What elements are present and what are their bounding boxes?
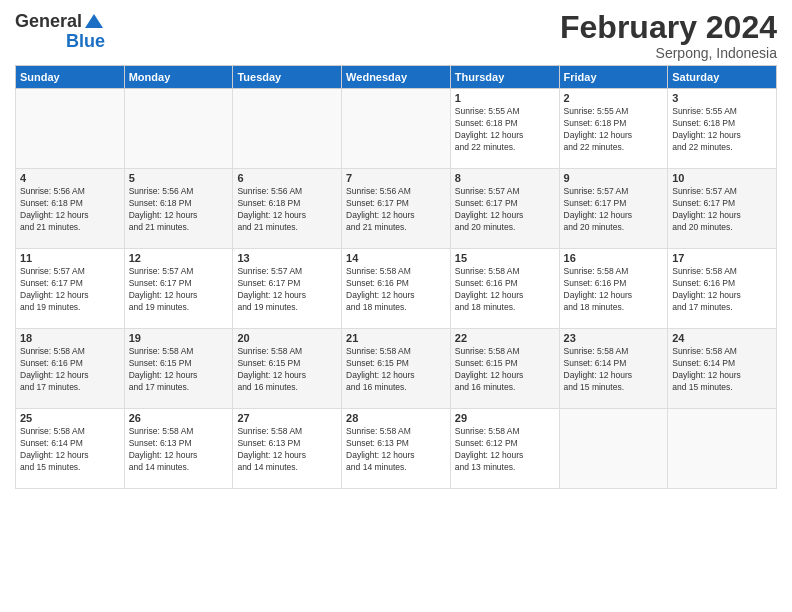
month-title: February 2024 [560, 10, 777, 45]
day-number: 14 [346, 252, 446, 264]
day-info: Sunrise: 5:58 AM Sunset: 6:15 PM Dayligh… [455, 346, 555, 394]
day-info: Sunrise: 5:58 AM Sunset: 6:16 PM Dayligh… [346, 266, 446, 314]
day-number: 3 [672, 92, 772, 104]
calendar-cell: 17Sunrise: 5:58 AM Sunset: 6:16 PM Dayli… [668, 249, 777, 329]
calendar-cell: 11Sunrise: 5:57 AM Sunset: 6:17 PM Dayli… [16, 249, 125, 329]
day-number: 2 [564, 92, 664, 104]
calendar-cell: 3Sunrise: 5:55 AM Sunset: 6:18 PM Daylig… [668, 89, 777, 169]
day-info: Sunrise: 5:56 AM Sunset: 6:18 PM Dayligh… [237, 186, 337, 234]
calendar-cell: 27Sunrise: 5:58 AM Sunset: 6:13 PM Dayli… [233, 409, 342, 489]
calendar-cell: 22Sunrise: 5:58 AM Sunset: 6:15 PM Dayli… [450, 329, 559, 409]
calendar-cell: 28Sunrise: 5:58 AM Sunset: 6:13 PM Dayli… [342, 409, 451, 489]
logo-blue: Blue [66, 32, 105, 50]
day-info: Sunrise: 5:58 AM Sunset: 6:16 PM Dayligh… [455, 266, 555, 314]
calendar-table: SundayMondayTuesdayWednesdayThursdayFrid… [15, 65, 777, 489]
header: General Blue February 2024 Serpong, Indo… [15, 10, 777, 61]
calendar-header-cell: Monday [124, 66, 233, 89]
calendar-cell: 21Sunrise: 5:58 AM Sunset: 6:15 PM Dayli… [342, 329, 451, 409]
day-number: 22 [455, 332, 555, 344]
calendar-week-row: 25Sunrise: 5:58 AM Sunset: 6:14 PM Dayli… [16, 409, 777, 489]
day-number: 29 [455, 412, 555, 424]
day-info: Sunrise: 5:58 AM Sunset: 6:15 PM Dayligh… [237, 346, 337, 394]
day-info: Sunrise: 5:58 AM Sunset: 6:14 PM Dayligh… [672, 346, 772, 394]
title-block: February 2024 Serpong, Indonesia [560, 10, 777, 61]
calendar-body: 1Sunrise: 5:55 AM Sunset: 6:18 PM Daylig… [16, 89, 777, 489]
day-info: Sunrise: 5:56 AM Sunset: 6:17 PM Dayligh… [346, 186, 446, 234]
day-number: 4 [20, 172, 120, 184]
calendar-cell: 29Sunrise: 5:58 AM Sunset: 6:12 PM Dayli… [450, 409, 559, 489]
logo-icon [83, 10, 105, 32]
calendar-week-row: 11Sunrise: 5:57 AM Sunset: 6:17 PM Dayli… [16, 249, 777, 329]
calendar-header-cell: Sunday [16, 66, 125, 89]
day-number: 11 [20, 252, 120, 264]
calendar-cell: 18Sunrise: 5:58 AM Sunset: 6:16 PM Dayli… [16, 329, 125, 409]
day-number: 20 [237, 332, 337, 344]
calendar-cell: 8Sunrise: 5:57 AM Sunset: 6:17 PM Daylig… [450, 169, 559, 249]
calendar-cell [559, 409, 668, 489]
calendar-cell: 10Sunrise: 5:57 AM Sunset: 6:17 PM Dayli… [668, 169, 777, 249]
calendar-cell: 16Sunrise: 5:58 AM Sunset: 6:16 PM Dayli… [559, 249, 668, 329]
calendar-header-cell: Wednesday [342, 66, 451, 89]
day-number: 5 [129, 172, 229, 184]
day-number: 9 [564, 172, 664, 184]
calendar-week-row: 1Sunrise: 5:55 AM Sunset: 6:18 PM Daylig… [16, 89, 777, 169]
calendar-cell: 7Sunrise: 5:56 AM Sunset: 6:17 PM Daylig… [342, 169, 451, 249]
page-container: General Blue February 2024 Serpong, Indo… [0, 0, 792, 499]
day-info: Sunrise: 5:58 AM Sunset: 6:15 PM Dayligh… [346, 346, 446, 394]
day-info: Sunrise: 5:57 AM Sunset: 6:17 PM Dayligh… [237, 266, 337, 314]
calendar-cell: 1Sunrise: 5:55 AM Sunset: 6:18 PM Daylig… [450, 89, 559, 169]
day-number: 18 [20, 332, 120, 344]
day-number: 8 [455, 172, 555, 184]
day-number: 15 [455, 252, 555, 264]
calendar-header-cell: Friday [559, 66, 668, 89]
calendar-cell: 24Sunrise: 5:58 AM Sunset: 6:14 PM Dayli… [668, 329, 777, 409]
calendar-header-row: SundayMondayTuesdayWednesdayThursdayFrid… [16, 66, 777, 89]
calendar-cell [668, 409, 777, 489]
calendar-header-cell: Thursday [450, 66, 559, 89]
calendar-cell: 4Sunrise: 5:56 AM Sunset: 6:18 PM Daylig… [16, 169, 125, 249]
calendar-cell [124, 89, 233, 169]
svg-marker-0 [85, 14, 103, 28]
day-info: Sunrise: 5:58 AM Sunset: 6:15 PM Dayligh… [129, 346, 229, 394]
calendar-cell: 6Sunrise: 5:56 AM Sunset: 6:18 PM Daylig… [233, 169, 342, 249]
day-number: 7 [346, 172, 446, 184]
calendar-cell: 13Sunrise: 5:57 AM Sunset: 6:17 PM Dayli… [233, 249, 342, 329]
day-number: 12 [129, 252, 229, 264]
day-info: Sunrise: 5:58 AM Sunset: 6:13 PM Dayligh… [129, 426, 229, 474]
day-number: 26 [129, 412, 229, 424]
calendar-cell [342, 89, 451, 169]
day-info: Sunrise: 5:57 AM Sunset: 6:17 PM Dayligh… [20, 266, 120, 314]
day-info: Sunrise: 5:58 AM Sunset: 6:16 PM Dayligh… [564, 266, 664, 314]
day-number: 28 [346, 412, 446, 424]
day-info: Sunrise: 5:57 AM Sunset: 6:17 PM Dayligh… [564, 186, 664, 234]
calendar-week-row: 18Sunrise: 5:58 AM Sunset: 6:16 PM Dayli… [16, 329, 777, 409]
day-info: Sunrise: 5:58 AM Sunset: 6:13 PM Dayligh… [346, 426, 446, 474]
subtitle: Serpong, Indonesia [560, 45, 777, 61]
day-info: Sunrise: 5:57 AM Sunset: 6:17 PM Dayligh… [672, 186, 772, 234]
day-info: Sunrise: 5:56 AM Sunset: 6:18 PM Dayligh… [129, 186, 229, 234]
day-number: 6 [237, 172, 337, 184]
day-info: Sunrise: 5:58 AM Sunset: 6:16 PM Dayligh… [672, 266, 772, 314]
day-number: 23 [564, 332, 664, 344]
calendar-cell [16, 89, 125, 169]
day-number: 24 [672, 332, 772, 344]
day-info: Sunrise: 5:58 AM Sunset: 6:14 PM Dayligh… [20, 426, 120, 474]
logo-general: General [15, 12, 82, 30]
day-number: 17 [672, 252, 772, 264]
calendar-cell: 26Sunrise: 5:58 AM Sunset: 6:13 PM Dayli… [124, 409, 233, 489]
day-info: Sunrise: 5:55 AM Sunset: 6:18 PM Dayligh… [672, 106, 772, 154]
day-number: 13 [237, 252, 337, 264]
day-info: Sunrise: 5:58 AM Sunset: 6:14 PM Dayligh… [564, 346, 664, 394]
day-info: Sunrise: 5:58 AM Sunset: 6:13 PM Dayligh… [237, 426, 337, 474]
calendar-cell: 2Sunrise: 5:55 AM Sunset: 6:18 PM Daylig… [559, 89, 668, 169]
calendar-header-cell: Tuesday [233, 66, 342, 89]
day-number: 16 [564, 252, 664, 264]
calendar-cell: 23Sunrise: 5:58 AM Sunset: 6:14 PM Dayli… [559, 329, 668, 409]
day-info: Sunrise: 5:57 AM Sunset: 6:17 PM Dayligh… [455, 186, 555, 234]
day-number: 25 [20, 412, 120, 424]
day-number: 10 [672, 172, 772, 184]
day-info: Sunrise: 5:56 AM Sunset: 6:18 PM Dayligh… [20, 186, 120, 234]
calendar-cell: 20Sunrise: 5:58 AM Sunset: 6:15 PM Dayli… [233, 329, 342, 409]
calendar-header-cell: Saturday [668, 66, 777, 89]
calendar-cell: 9Sunrise: 5:57 AM Sunset: 6:17 PM Daylig… [559, 169, 668, 249]
